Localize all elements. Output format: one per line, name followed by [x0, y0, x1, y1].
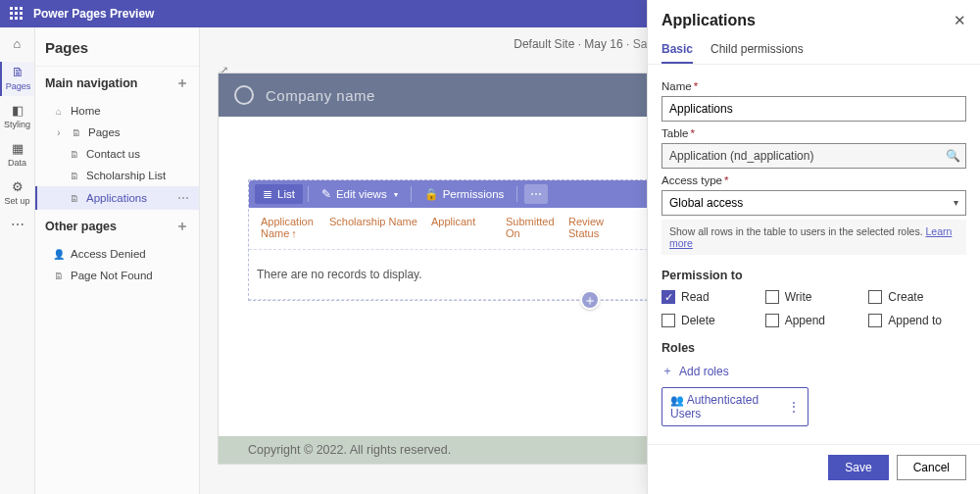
checkbox-icon: ✓	[662, 290, 675, 304]
page-icon: 🗎	[69, 171, 80, 181]
col-submitted[interactable]: Submitted On	[500, 216, 563, 239]
name-label: Name*	[662, 80, 966, 92]
toolbar-permissions[interactable]: 🔒Permissions	[416, 184, 513, 204]
perm-appendto[interactable]: Append to	[868, 314, 966, 327]
permissions-panel: Applications ✕ Basic Child permissions N…	[647, 0, 980, 494]
rail-styling[interactable]: ◧Styling	[0, 100, 34, 134]
nav-item-home[interactable]: ⌂Home	[35, 100, 199, 122]
data-icon: ▦	[0, 141, 34, 156]
sort-asc-icon: ↑	[291, 227, 297, 239]
perm-delete[interactable]: Delete	[662, 314, 760, 327]
app-launcher-icon[interactable]	[10, 7, 24, 21]
perm-create[interactable]: Create	[868, 290, 966, 304]
page-icon: 🗎	[53, 271, 65, 281]
perm-append[interactable]: Append	[765, 314, 863, 327]
col-applicant[interactable]: Applicant	[425, 216, 500, 239]
tab-basic[interactable]: Basic	[662, 37, 693, 64]
toolbar-edit-views[interactable]: ✎Edit views▾	[314, 184, 406, 204]
page-icon: 🗎	[71, 127, 82, 138]
nav-item-applications[interactable]: 🗎Applications⋯	[35, 186, 199, 210]
checkbox-icon	[765, 290, 779, 304]
nav-item-not-found[interactable]: 🗎Page Not Found	[35, 265, 199, 286]
panel-title: Applications	[662, 12, 756, 29]
styling-icon: ◧	[0, 103, 34, 118]
page-icon: 🗎	[69, 193, 80, 204]
add-other-page-icon[interactable]: ＋	[175, 218, 189, 235]
toolbar-list[interactable]: ≣List	[255, 184, 303, 204]
chevron-down-icon: ▾	[394, 190, 398, 199]
table-label: Table*	[662, 127, 966, 139]
rail-data[interactable]: ▦Data	[0, 138, 34, 173]
plus-icon: ＋	[662, 363, 673, 379]
checkbox-icon	[662, 314, 675, 327]
add-page-icon[interactable]: ＋	[175, 74, 189, 92]
col-appname[interactable]: Application Name↑	[255, 216, 323, 239]
table-input[interactable]	[662, 143, 966, 169]
page-icon: 🗎	[69, 149, 80, 160]
panel-tabs: Basic Child permissions	[648, 37, 980, 65]
list-icon: ≣	[263, 187, 272, 201]
nav-item-scholarship[interactable]: 🗎Scholarship List	[35, 165, 199, 186]
panel-title: Pages	[35, 27, 199, 67]
company-name: Company name	[266, 87, 655, 104]
rail-pages[interactable]: 🗎Pages	[0, 62, 34, 96]
product-name: Power Pages Preview	[33, 7, 154, 21]
add-roles-button[interactable]: ＋Add roles	[662, 363, 966, 379]
role-chip[interactable]: 👥 Authenticated Users ⋮	[662, 387, 808, 426]
perm-write[interactable]: Write	[765, 290, 863, 304]
col-scholarship[interactable]: Scholarship Name	[323, 216, 425, 239]
permissions-section: Permission to	[662, 269, 966, 282]
helper-text: Show all rows in the table to users in t…	[662, 220, 966, 255]
chip-more-icon[interactable]: ⋮	[788, 400, 800, 414]
home-icon: ⌂	[53, 106, 65, 117]
tab-child[interactable]: Child permissions	[710, 37, 804, 64]
nav-item-pages[interactable]: ›🗎Pages	[35, 122, 199, 143]
perm-read[interactable]: ✓Read	[662, 290, 760, 304]
nav-item-contact[interactable]: 🗎Contact us	[35, 143, 199, 165]
roles-section: Roles	[662, 341, 966, 355]
left-rail: ⌂ 🗎Pages ◧Styling ▦Data ⚙Set up ⋯	[0, 27, 35, 494]
site-logo-icon	[234, 85, 254, 105]
nav-item-access-denied[interactable]: 👤Access Denied	[35, 243, 199, 265]
save-button[interactable]: Save	[828, 455, 888, 480]
home-icon: ⌂	[0, 36, 34, 51]
page-icon: 🗎	[2, 65, 34, 79]
rail-setup[interactable]: ⚙Set up	[0, 176, 34, 211]
item-more-icon[interactable]: ⋯	[177, 191, 189, 205]
cancel-button[interactable]: Cancel	[897, 455, 966, 480]
name-input[interactable]	[662, 96, 966, 122]
pages-panel: Pages Main navigation ＋ ⌂Home ›🗎Pages 🗎C…	[35, 27, 200, 494]
checkbox-icon	[765, 314, 779, 327]
lock-icon: 🔒	[424, 187, 438, 201]
col-status[interactable]: Review Status	[563, 216, 621, 239]
rail-more[interactable]: ⋯	[11, 217, 24, 232]
rail-home[interactable]: ⌂	[0, 33, 34, 58]
checkbox-icon	[868, 290, 882, 304]
toolbar-more[interactable]: ⋯	[524, 184, 548, 204]
access-label: Access type*	[662, 174, 966, 186]
checkbox-icon	[868, 314, 882, 327]
search-icon[interactable]: 🔍	[946, 149, 960, 163]
people-icon: 👥	[670, 394, 684, 406]
chevron-right-icon: ›	[53, 127, 65, 138]
setup-icon: ⚙	[0, 179, 34, 194]
edit-icon: ✎	[321, 187, 331, 201]
close-icon[interactable]: ✕	[954, 12, 966, 29]
other-pages-section: Other pages ＋	[35, 210, 199, 243]
person-icon: 👤	[53, 249, 65, 260]
add-section-icon[interactable]: ＋	[580, 290, 600, 310]
main-nav-section: Main navigation ＋	[35, 67, 199, 100]
access-select[interactable]	[662, 190, 966, 216]
